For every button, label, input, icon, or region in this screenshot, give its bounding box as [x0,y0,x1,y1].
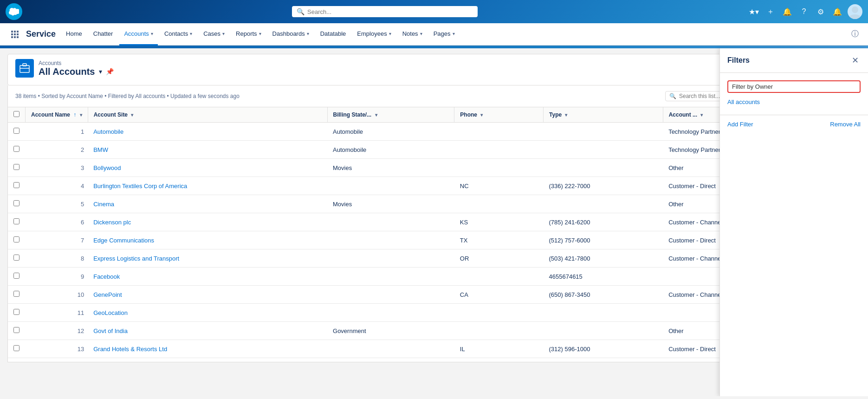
account-name-link-9[interactable]: GenePoint [93,291,122,298]
row-checkbox-2[interactable] [13,164,19,170]
account-name-link-12[interactable]: Grand Hotels & Resorts Ltd [93,346,167,353]
account-name-col-chevron[interactable]: ▾ [80,112,82,118]
phone-cell-11 [544,322,663,340]
account-name-link-2[interactable]: Bollywood [93,164,121,171]
second-navigation: Service Home Chatter Accounts ▾ Contacts… [0,23,868,46]
billing-state-cell-6: TX [454,231,544,249]
favorites-icon[interactable]: ★▾ [747,5,760,18]
avatar[interactable] [848,4,862,19]
row-checkbox-9[interactable] [13,291,19,297]
svg-point-1 [849,14,861,19]
add-filter-button[interactable]: Add Filter [727,121,753,128]
accounts-icon [15,59,34,78]
row-checkbox-12[interactable] [13,345,19,351]
page-title-dropdown[interactable]: ▾ [99,68,102,75]
contacts-chevron: ▾ [190,31,192,36]
remove-all-button[interactable]: Remove All [830,121,861,128]
filters-header: Filters ✕ [720,48,868,73]
col-header-account-site: Account Site ▾ [88,107,327,123]
account-name-link-5[interactable]: Dickenson plc [93,219,131,226]
setup-icon[interactable]: 🔔 [781,5,794,18]
account-name-link-4[interactable]: Cinema [93,201,114,208]
account-name-link-7[interactable]: Express Logistics and Transport [93,255,179,262]
account-name-link-8[interactable]: Facebook [93,273,120,280]
account-name-cell-3: Burlington Textiles Corp of America [88,177,327,195]
notification-icon[interactable]: 🔔 [831,5,844,18]
row-num-3: 4 [26,177,88,195]
account-site-cell-7 [327,249,454,268]
row-num-8: 9 [26,268,88,286]
row-checkbox-11[interactable] [13,327,19,333]
row-checkbox-8[interactable] [13,273,19,279]
sort-asc-icon: ↑ [73,111,76,118]
account-name-link-3[interactable]: Burlington Textiles Corp of America [93,183,187,190]
pages-chevron: ▾ [453,31,455,36]
top-nav-icons-group: ★▾ ＋ 🔔 ? ⚙ 🔔 [747,4,862,19]
col-header-account-name: Account Name ↑ ▾ [26,107,88,123]
row-num-12: 13 [26,340,88,358]
row-checkbox-5[interactable] [13,218,19,224]
nav-item-pages[interactable]: Pages ▾ [429,23,460,46]
row-checkbox-cell [8,213,26,231]
filters-panel: Filters ✕ All accounts Add Filter Remove… [719,48,868,396]
col-header-billing-state: Billing State/... ▾ [327,107,454,123]
row-checkbox-cell [8,322,26,340]
row-checkbox-cell [8,340,26,358]
nav-item-notes[interactable]: Notes ▾ [398,23,427,46]
row-checkbox-7[interactable] [13,255,19,261]
row-checkbox-0[interactable] [13,128,19,134]
row-checkbox-1[interactable] [13,146,19,152]
filters-close-button[interactable]: ✕ [849,55,861,66]
nav-item-chatter[interactable]: Chatter [89,23,118,46]
account-name-link-0[interactable]: Automobile [93,128,123,135]
row-checkbox-6[interactable] [13,236,19,242]
row-checkbox-cell [8,123,26,141]
filter-by-owner-input[interactable] [732,83,856,90]
dashboards-chevron: ▾ [307,31,309,36]
row-num-5: 6 [26,213,88,231]
phone-cell-4 [544,195,663,213]
billing-state-col-chevron[interactable]: ▾ [375,112,377,118]
billing-state-cell-11 [454,322,544,340]
phone-cell-12: (312) 596-1000 [544,340,663,358]
row-checkbox-10[interactable] [13,309,19,315]
nav-item-employees[interactable]: Employees ▾ [352,23,395,46]
pin-icon[interactable]: 📌 [106,68,114,75]
gear-icon[interactable]: ⚙ [814,5,827,18]
account-name-link-11[interactable]: Govt of India [93,327,128,334]
salesforce-logo[interactable] [6,3,22,20]
row-checkbox-4[interactable] [13,200,19,206]
account-site-cell-2: Movies [327,159,454,177]
row-checkbox-3[interactable] [13,182,19,188]
phone-cell-1 [544,141,663,159]
account-site-col-chevron[interactable]: ▾ [131,112,133,118]
type-col-chevron[interactable]: ▾ [565,112,567,118]
nav-item-contacts[interactable]: Contacts ▾ [160,23,197,46]
billing-state-cell-9: CA [454,286,544,304]
nav-item-home[interactable]: Home [61,23,87,46]
add-icon[interactable]: ＋ [764,5,777,18]
help-icon[interactable]: ? [797,5,810,18]
nav-item-cases[interactable]: Cases ▾ [199,23,229,46]
select-all-checkbox[interactable] [13,111,19,117]
breadcrumb: Accounts [39,60,114,66]
account-name-link-6[interactable]: Edge Communications [93,237,154,244]
nav-item-accounts[interactable]: Accounts ▾ [119,23,157,46]
filter-value-all-accounts[interactable]: All accounts [727,97,861,107]
table-info: 38 items • Sorted by Account Name • Filt… [15,93,240,99]
col-header-phone: Phone ▾ [454,107,544,123]
phone-col-chevron[interactable]: ▾ [480,112,483,118]
nav-grid-icon[interactable] [7,27,22,42]
account-name-cell-8: Facebook [88,268,327,286]
nav-item-datatable[interactable]: Datatable [316,23,351,46]
nav-item-reports[interactable]: Reports ▾ [231,23,266,46]
phone-cell-10 [544,304,663,322]
billing-state-cell-3: NC [454,177,544,195]
account-name-link-1[interactable]: BMW [93,146,108,153]
account-col-chevron[interactable]: ▾ [700,112,703,118]
nav-item-dashboards[interactable]: Dashboards ▾ [268,23,314,46]
global-search-input[interactable] [307,8,473,15]
nav-info-icon[interactable]: ⓘ [849,29,861,40]
account-name-link-10[interactable]: GeoLocation [93,309,128,316]
accounts-chevron: ▾ [151,31,153,36]
